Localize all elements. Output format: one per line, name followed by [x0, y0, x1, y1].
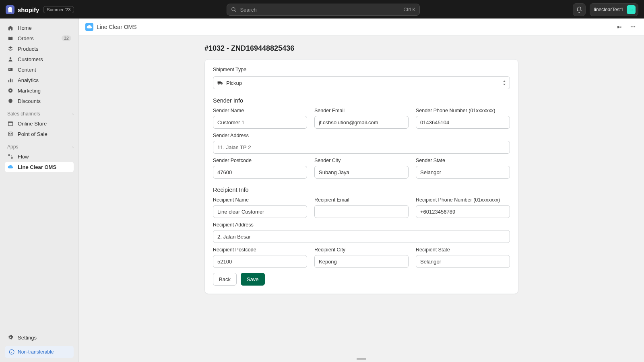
recipient-postcode-input[interactable]	[213, 255, 307, 268]
topbar-left: shopify Summer '23	[6, 5, 74, 14]
app-header-icon	[85, 23, 93, 31]
customers-icon	[7, 56, 14, 62]
notifications-button[interactable]	[573, 3, 586, 16]
more-button[interactable]	[628, 22, 638, 32]
sidebar-item-label: Home	[18, 25, 32, 31]
pin-icon	[616, 24, 622, 30]
svg-rect-11	[8, 123, 13, 126]
sidebar-item-label: Discounts	[18, 98, 41, 104]
user-menu[interactable]: lineclearTest1 lc	[590, 3, 638, 16]
sidebar-item-label: Marketing	[18, 88, 41, 94]
recipient-email-input[interactable]	[314, 205, 409, 218]
sidebar-item-settings[interactable]: Settings	[5, 332, 74, 343]
svg-point-24	[221, 83, 222, 84]
apps-header[interactable]: Apps ›	[7, 144, 74, 150]
summer-badge: Summer '23	[43, 6, 74, 13]
recipient-city-input[interactable]	[314, 255, 409, 268]
recipient-state-input[interactable]	[416, 255, 510, 268]
svg-rect-22	[218, 82, 221, 84]
svg-point-0	[232, 8, 235, 11]
products-icon	[7, 45, 14, 52]
sidebar-item-label: Content	[18, 67, 36, 73]
shipment-type-value: Pickup	[226, 80, 242, 86]
sidebar-item-flow[interactable]: Flow	[5, 151, 74, 162]
recipient-address-label: Recipient Address	[213, 222, 510, 228]
sidebar-item-discounts[interactable]: Discounts	[5, 96, 74, 106]
sidebar-item-products[interactable]: Products	[5, 43, 74, 54]
sidebar-item-pos[interactable]: Point of Sale	[5, 129, 74, 139]
sidebar-item-label: Products	[18, 46, 38, 52]
svg-line-1	[235, 10, 236, 12]
sidebar-item-line-clear-oms[interactable]: Line Clear OMS	[5, 162, 74, 172]
sidebar-item-label: Line Clear OMS	[18, 164, 56, 170]
marketing-icon	[7, 87, 14, 94]
pos-icon	[7, 131, 14, 137]
sender-email-input[interactable]	[314, 116, 409, 129]
discounts-icon	[7, 98, 14, 104]
svg-point-3	[10, 57, 12, 59]
orders-icon	[7, 35, 14, 41]
back-button[interactable]: Back	[213, 273, 237, 286]
recipient-name-input[interactable]	[213, 205, 307, 218]
drag-handle-icon[interactable]	[357, 358, 366, 360]
sender-name-input[interactable]	[213, 116, 307, 129]
recipient-city-label: Recipient City	[314, 247, 409, 253]
svg-point-15	[11, 157, 13, 159]
sender-address-input[interactable]	[213, 141, 510, 154]
analytics-icon	[7, 77, 14, 83]
recipient-email-label: Recipient Email	[314, 197, 409, 203]
sidebar-item-analytics[interactable]: Analytics	[5, 75, 74, 85]
sender-city-input[interactable]	[314, 166, 409, 179]
sidebar-item-orders[interactable]: Orders 32	[5, 33, 74, 43]
flow-icon	[7, 153, 14, 160]
sender-email-label: Sender Email	[314, 108, 409, 113]
search-placeholder: Search	[240, 7, 256, 13]
sidebar-item-label: Flow	[18, 154, 29, 160]
chevron-right-icon: ›	[72, 112, 74, 116]
sidebar: Home Orders 32 Products Customers Conten…	[0, 19, 79, 362]
app-header-title: Line Clear OMS	[97, 24, 137, 30]
recipient-phone-label: Recipient Phone Number (01xxxxxxx)	[416, 197, 510, 203]
shopify-logo-icon[interactable]	[6, 5, 14, 14]
search-input[interactable]: Search Ctrl K	[227, 4, 420, 16]
sender-state-input[interactable]	[416, 166, 510, 179]
shipment-type-select[interactable]: Pickup	[213, 76, 510, 89]
sidebar-item-label: Settings	[18, 335, 37, 341]
sidebar-item-label: Point of Sale	[18, 131, 47, 137]
orders-badge: 32	[62, 35, 71, 41]
sidebar-item-online-store[interactable]: Online Store	[5, 118, 74, 129]
sender-postcode-input[interactable]	[213, 166, 307, 179]
sidebar-item-marketing[interactable]: Marketing	[5, 85, 74, 96]
sender-phone-label: Sender Phone Number (01xxxxxxx)	[416, 108, 510, 113]
sidebar-item-customers[interactable]: Customers	[5, 54, 74, 64]
username: lineclearTest1	[594, 7, 623, 12]
nontransferable-banner[interactable]: Non-transferable	[5, 346, 74, 358]
search-shortcut: Ctrl K	[403, 7, 415, 12]
page-title: #1032 - ZND169448825436	[204, 44, 518, 53]
recipient-phone-input[interactable]	[416, 205, 510, 218]
recipient-address-input[interactable]	[213, 230, 510, 243]
brand-word: shopify	[18, 6, 39, 13]
sales-channels-header[interactable]: Sales channels ›	[7, 111, 74, 117]
save-button[interactable]: Save	[241, 273, 265, 286]
sender-postcode-label: Sender Postcode	[213, 158, 307, 163]
sidebar-item-content[interactable]: Content	[5, 64, 74, 75]
svg-point-23	[218, 83, 219, 84]
app-header: Line Clear OMS	[79, 19, 644, 35]
nontransferable-label: Non-transferable	[18, 349, 54, 355]
avatar: lc	[627, 5, 636, 14]
sidebar-item-home[interactable]: Home	[5, 23, 74, 33]
sender-name-label: Sender Name	[213, 108, 307, 113]
sidebar-item-label: Online Store	[18, 121, 47, 127]
sender-state-label: Sender State	[416, 158, 510, 163]
info-icon	[9, 349, 14, 355]
sender-city-label: Sender City	[314, 158, 409, 163]
sender-phone-input[interactable]	[416, 116, 510, 129]
recipient-info-title: Recipient Info	[213, 187, 510, 193]
svg-rect-7	[10, 79, 11, 82]
svg-rect-5	[9, 69, 11, 70]
topbar-right: lineclearTest1 lc	[573, 3, 638, 16]
pin-button[interactable]	[614, 22, 624, 32]
topbar: shopify Summer '23 Search Ctrl K linecle…	[0, 0, 644, 19]
shipment-type-label: Shipment Type	[213, 67, 510, 72]
